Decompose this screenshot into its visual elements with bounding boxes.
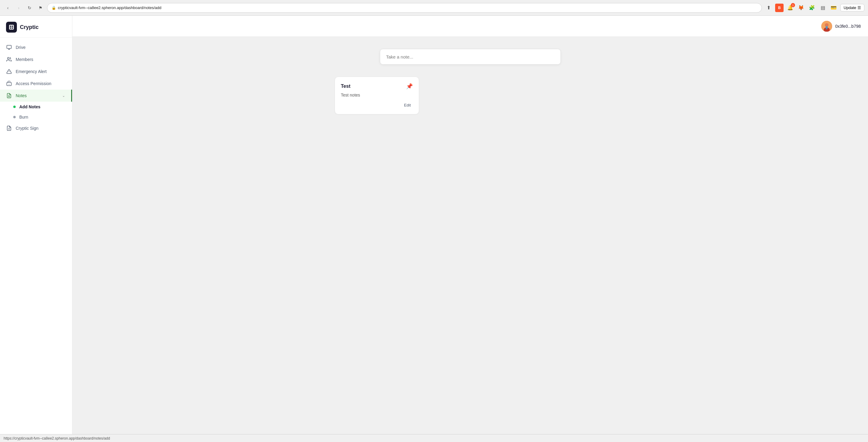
wallet-icon[interactable]: 💳 bbox=[829, 4, 838, 12]
svg-rect-0 bbox=[9, 25, 14, 30]
svg-rect-2 bbox=[12, 26, 13, 27]
notes-sub-nav: Add Notes Burn bbox=[0, 102, 72, 122]
content-area: Test 📌 Test notes Edit bbox=[72, 37, 868, 434]
sidebar-panel-icon[interactable]: ▤ bbox=[818, 4, 827, 12]
sidebar-item-access-permission[interactable]: Access Permission bbox=[0, 78, 72, 90]
sidebar: Cryptic Drive bbox=[0, 16, 72, 434]
forward-button[interactable]: › bbox=[14, 4, 23, 12]
back-button[interactable]: ‹ bbox=[4, 4, 12, 12]
sidebar-cryptic-sign-label: Cryptic Sign bbox=[16, 126, 66, 130]
members-icon bbox=[6, 57, 12, 62]
app-title: Cryptic bbox=[20, 24, 39, 30]
burn-dot bbox=[13, 116, 16, 118]
note-input[interactable] bbox=[380, 49, 561, 65]
bookmark-button[interactable]: ⚑ bbox=[36, 4, 44, 12]
note-card-header: Test 📌 bbox=[341, 83, 413, 90]
notes-icon bbox=[6, 93, 12, 98]
brave-icon[interactable]: B bbox=[775, 4, 783, 12]
note-card: Test 📌 Test notes Edit bbox=[335, 77, 419, 114]
svg-rect-4 bbox=[12, 27, 13, 29]
wallet-address: 0x3fe0...b798 bbox=[835, 24, 861, 29]
sidebar-item-cryptic-sign[interactable]: Cryptic Sign bbox=[0, 122, 72, 134]
url-text: crypticvault-fvm--ca8ee2.spheron.app/das… bbox=[58, 5, 161, 10]
sidebar-members-label: Members bbox=[16, 57, 66, 62]
access-permission-icon bbox=[6, 81, 12, 86]
emergency-alert-icon bbox=[6, 69, 12, 74]
sidebar-notes-label: Notes bbox=[16, 93, 59, 98]
browser-chrome: ‹ › ↻ ⚑ 🔒 crypticvault-fvm--ca8ee2.spher… bbox=[0, 0, 868, 16]
reload-button[interactable]: ↻ bbox=[25, 4, 34, 12]
sidebar-nav: Drive Members bbox=[0, 38, 72, 434]
notes-grid: Test 📌 Test notes Edit bbox=[335, 77, 606, 114]
share-button[interactable]: ⬆ bbox=[764, 4, 773, 12]
cryptic-sign-icon bbox=[6, 125, 12, 131]
drive-icon bbox=[6, 45, 12, 50]
url-bar[interactable]: 🔒 crypticvault-fvm--ca8ee2.spheron.app/d… bbox=[47, 3, 762, 13]
sidebar-item-burn[interactable]: Burn bbox=[0, 112, 72, 122]
notes-chevron-icon: ⌄ bbox=[62, 93, 65, 98]
avatar bbox=[821, 21, 832, 32]
browser-actions: ⬆ B 🔔 1 🦊 🧩 ▤ 💳 Update ☰ bbox=[764, 4, 864, 12]
sidebar-item-emergency-alert[interactable]: Emergency Alert bbox=[0, 65, 72, 78]
note-input-wrapper bbox=[380, 49, 561, 65]
note-body: Test notes bbox=[341, 93, 413, 97]
svg-point-6 bbox=[7, 57, 9, 59]
sidebar-item-add-notes[interactable]: Add Notes bbox=[0, 102, 72, 112]
add-notes-dot bbox=[13, 106, 16, 108]
update-label: Update bbox=[844, 5, 856, 10]
sidebar-item-notes[interactable]: Notes ⌄ bbox=[0, 90, 72, 102]
sidebar-access-label: Access Permission bbox=[16, 81, 66, 86]
note-footer: Edit bbox=[341, 102, 413, 108]
svg-rect-1 bbox=[10, 26, 11, 27]
lock-icon: 🔒 bbox=[52, 6, 56, 10]
notification-badge: 1 bbox=[791, 3, 795, 7]
sidebar-emergency-label: Emergency Alert bbox=[16, 69, 66, 74]
sidebar-header: Cryptic bbox=[0, 16, 72, 38]
note-title: Test bbox=[341, 84, 351, 89]
sidebar-item-drive[interactable]: Drive bbox=[0, 41, 72, 53]
status-url: https://crypticvault-fvm--ca8ee2.spheron… bbox=[4, 436, 110, 441]
top-bar: 0x3fe0...b798 bbox=[72, 16, 868, 37]
logo-icon bbox=[6, 22, 17, 33]
add-notes-label: Add Notes bbox=[19, 105, 40, 109]
brave-notification: 🔔 1 bbox=[786, 4, 795, 12]
svg-rect-3 bbox=[10, 27, 11, 29]
main-content: 0x3fe0...b798 Test 📌 Test notes Edit bbox=[72, 16, 868, 434]
pin-icon[interactable]: 📌 bbox=[406, 83, 413, 90]
extensions-icon[interactable]: 🧩 bbox=[808, 4, 816, 12]
wallet-info: 0x3fe0...b798 bbox=[821, 21, 861, 32]
status-bar: https://crypticvault-fvm--ca8ee2.spheron… bbox=[0, 434, 868, 442]
svg-rect-5 bbox=[7, 45, 11, 49]
fox-icon[interactable]: 🦊 bbox=[797, 4, 805, 12]
sidebar-drive-label: Drive bbox=[16, 45, 66, 50]
edit-button[interactable]: Edit bbox=[402, 102, 412, 108]
update-button[interactable]: Update ☰ bbox=[840, 4, 864, 11]
sidebar-item-members[interactable]: Members bbox=[0, 53, 72, 65]
burn-label: Burn bbox=[19, 115, 28, 119]
update-chevron-icon: ☰ bbox=[858, 5, 861, 10]
app-container: Cryptic Drive bbox=[0, 16, 868, 434]
